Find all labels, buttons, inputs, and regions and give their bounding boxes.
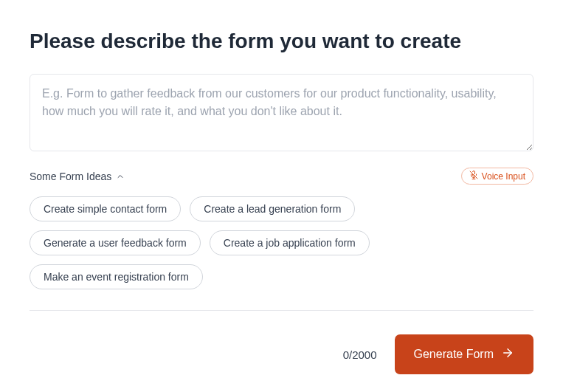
arrow-right-icon — [501, 346, 514, 362]
divider — [30, 310, 533, 311]
voice-input-label: Voice Input — [482, 171, 525, 182]
mic-off-icon — [469, 171, 478, 182]
char-counter: 0/2000 — [343, 348, 377, 361]
form-ideas-toggle[interactable]: Some Form Ideas — [30, 171, 125, 182]
voice-input-button[interactable]: Voice Input — [461, 168, 533, 185]
idea-pills-container: Create simple contact form Create a lead… — [30, 196, 533, 289]
chevron-up-icon — [116, 172, 125, 181]
form-description-input[interactable] — [30, 74, 533, 151]
footer-row: 0/2000 Generate Form — [30, 334, 533, 374]
generate-form-button[interactable]: Generate Form — [395, 334, 533, 374]
form-ideas-label: Some Form Ideas — [30, 171, 111, 182]
idea-pill[interactable]: Generate a user feedback form — [30, 230, 201, 255]
idea-pill[interactable]: Create simple contact form — [30, 196, 181, 221]
ideas-header-row: Some Form Ideas Voice Input — [30, 168, 533, 185]
idea-pill[interactable]: Make an event registration form — [30, 264, 203, 289]
idea-pill[interactable]: Create a lead generation form — [190, 196, 355, 221]
page-title: Please describe the form you want to cre… — [30, 30, 533, 53]
generate-form-label: Generate Form — [414, 348, 494, 361]
idea-pill[interactable]: Create a job application form — [210, 230, 370, 255]
